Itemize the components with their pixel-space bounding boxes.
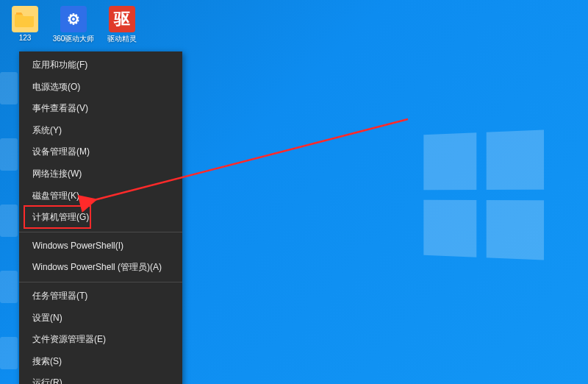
menu-item-task-mgr[interactable]: 任务管理器(T) [19,285,182,307]
menu-item-network-conn[interactable]: 网络连接(W) [19,163,182,185]
menu-item-settings[interactable]: 设置(N) [19,307,182,330]
menu-item-system[interactable]: 系统(Y) [19,120,182,142]
desktop-icon-123[interactable]: 123 [9,6,41,44]
menu-item-device-manager[interactable]: 设备管理器(M) [19,141,182,163]
app-icon: 驱 [109,6,135,32]
windows-logo [423,130,544,260]
menu-item-power-options[interactable]: 电源选项(O) [19,77,182,99]
gear-icon: ⚙ [60,6,87,32]
menu-item-disk-mgmt[interactable]: 磁盘管理(K) [19,185,182,207]
menu-item-apps-features[interactable]: 应用和功能(F) [19,54,182,77]
menu-separator [19,282,182,282]
menu-item-computer-mgmt[interactable]: 计算机管理(G) [19,207,182,229]
partial-icon[interactable] [0,337,18,369]
desktop-icon-drvgenius[interactable]: 驱 驱动精灵 [106,6,138,44]
desktop-icons-left-column [0,72,18,369]
partial-icon[interactable] [0,72,18,104]
menu-item-ps[interactable]: Windows PowerShell(I) [19,235,182,257]
menu-item-search[interactable]: 搜索(S) [19,351,182,373]
menu-item-run[interactable]: 运行(R) [19,372,182,384]
desktop-icon-360drv[interactable]: ⚙ 360驱动大师 [57,6,90,44]
partial-icon[interactable] [0,138,18,171]
desktop-icons: 123 ⚙ 360驱动大师 驱 驱动精灵 [9,6,138,44]
menu-item-file-explorer[interactable]: 文件资源管理器(E) [19,329,182,351]
icon-label: 360驱动大师 [53,34,95,44]
menu-separator [19,232,182,232]
menu-item-ps-admin[interactable]: Windows PowerShell (管理员)(A) [19,257,182,279]
icon-label: 驱动精灵 [107,34,137,44]
icon-label: 123 [19,34,32,42]
partial-icon[interactable] [0,205,18,237]
folder-icon [12,6,38,32]
winx-context-menu: 应用和功能(F)电源选项(O)事件查看器(V)系统(Y)设备管理器(M)网络连接… [19,51,182,384]
partial-icon[interactable] [0,271,18,303]
menu-item-event-viewer[interactable]: 事件查看器(V) [19,98,182,120]
